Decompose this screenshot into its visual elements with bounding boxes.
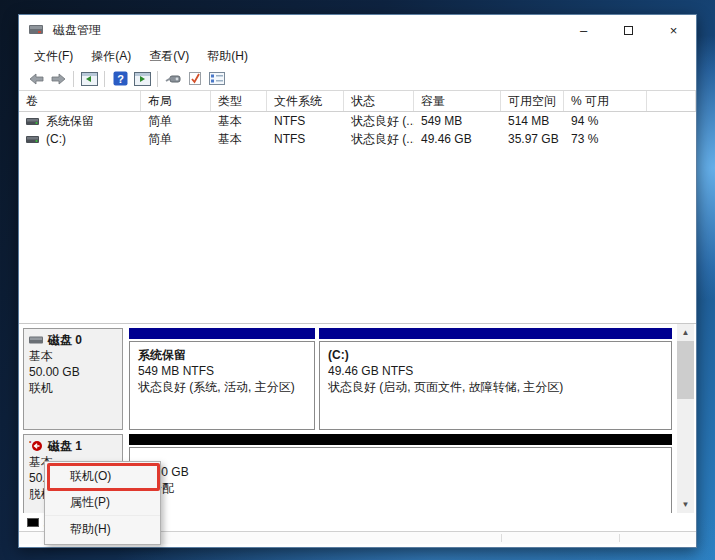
volume-type: 基本	[211, 112, 267, 130]
unallocated-size: 50.00 GB	[138, 464, 663, 480]
volume-name: 系统保留	[46, 113, 94, 130]
column-header-filler	[647, 91, 696, 111]
statusbar-separator	[619, 534, 620, 542]
partition-label: 系统保留	[138, 347, 306, 363]
toolbar-separator	[104, 71, 105, 87]
back-icon[interactable]	[25, 69, 47, 89]
menu-view[interactable]: 查看(V)	[140, 46, 198, 67]
unallocated-label: 未分配	[138, 480, 663, 496]
scroll-down-icon[interactable]: ▼	[677, 496, 694, 513]
statusbar-separator	[501, 534, 502, 542]
column-header-status[interactable]: 状态	[344, 91, 414, 111]
disk-size: 50.00 GB	[29, 364, 117, 380]
toolbar: ?	[19, 67, 696, 91]
volume-filesystem: NTFS	[267, 112, 344, 130]
volume-icon	[26, 135, 40, 144]
disk-name: 磁盘 0	[48, 332, 82, 348]
menu-file[interactable]: 文件(F)	[25, 46, 82, 67]
console-tree-icon[interactable]	[78, 69, 100, 89]
forward-icon[interactable]	[47, 69, 69, 89]
volume-list: 卷 布局 类型 文件系统 状态 容量 可用空间 % 可用 系统保留 简单 基本 …	[19, 91, 696, 323]
partition-status: 状态良好 (系统, 活动, 主分区)	[138, 379, 306, 395]
disk-type: 基本	[29, 348, 117, 364]
window-title: 磁盘管理	[53, 22, 101, 39]
column-header-filesystem[interactable]: 文件系统	[267, 91, 344, 111]
column-header-layout[interactable]: 布局	[141, 91, 211, 111]
context-menu-item-properties[interactable]: 属性(P)	[45, 490, 160, 516]
maximize-button[interactable]	[606, 15, 651, 45]
volume-filesystem: NTFS	[267, 130, 344, 148]
disk-management-app-icon	[29, 24, 45, 36]
svg-text:?: ?	[117, 73, 124, 85]
title-bar: 磁盘管理 – ×	[19, 15, 696, 45]
volume-layout: 简单	[141, 130, 211, 148]
disk-0-row: 磁盘 0 基本 50.00 GB 联机 系统保留 549 MB NTFS 状态良…	[23, 328, 672, 430]
console-window-icon[interactable]	[131, 69, 153, 89]
column-header-free-space[interactable]: 可用空间	[501, 91, 564, 111]
remote-action-icon[interactable]	[162, 69, 184, 89]
scroll-up-icon[interactable]: ▲	[677, 324, 694, 341]
volume-status: 状态良好 (...	[344, 130, 414, 148]
disk-0-label-box[interactable]: 磁盘 0 基本 50.00 GB 联机	[23, 328, 123, 430]
primary-partition-bar	[319, 328, 672, 339]
volume-icon	[26, 117, 40, 126]
partition-status: 状态良好 (启动, 页面文件, 故障转储, 主分区)	[328, 379, 663, 395]
menu-action[interactable]: 操作(A)	[82, 46, 140, 67]
partition-c-drive[interactable]: (C:) 49.46 GB NTFS 状态良好 (启动, 页面文件, 故障转储,…	[319, 328, 672, 430]
disk-online-icon	[29, 335, 44, 345]
context-menu-item-online[interactable]: 联机(O)	[45, 464, 160, 490]
partition-size: 549 MB NTFS	[138, 363, 306, 379]
column-header-volume[interactable]: 卷	[19, 91, 141, 111]
volume-free-space: 35.97 GB	[501, 130, 564, 148]
volume-capacity: 549 MB	[414, 112, 501, 130]
column-header-type[interactable]: 类型	[211, 91, 267, 111]
volume-status: 状态良好 (...	[344, 112, 414, 130]
table-row[interactable]: (C:) 简单 基本 NTFS 状态良好 (... 49.46 GB 35.97…	[19, 130, 696, 148]
context-menu-item-help[interactable]: 帮助(H)	[45, 516, 160, 542]
menu-help[interactable]: 帮助(H)	[198, 46, 257, 67]
disk-context-menu: 联机(O) 属性(P) 帮助(H)	[44, 461, 161, 545]
svg-text:*: *	[29, 440, 32, 446]
properties-list-icon[interactable]	[206, 69, 228, 89]
vertical-scrollbar[interactable]: ▲ ▼	[677, 324, 694, 513]
maximize-icon	[624, 26, 633, 35]
toolbar-separator	[157, 71, 158, 87]
volume-layout: 简单	[141, 112, 211, 130]
disk-name: 磁盘 1	[48, 438, 82, 454]
partition-system-reserved[interactable]: 系统保留 549 MB NTFS 状态良好 (系统, 活动, 主分区)	[129, 328, 315, 430]
window-controls: – ×	[561, 15, 696, 45]
column-header-capacity[interactable]: 容量	[414, 91, 501, 111]
volume-pct-free: 94 %	[564, 112, 647, 130]
menu-bar: 文件(F) 操作(A) 查看(V) 帮助(H)	[19, 45, 696, 67]
volume-free-space: 514 MB	[501, 112, 564, 130]
primary-partition-bar	[129, 328, 315, 339]
minimize-button[interactable]: –	[561, 15, 606, 45]
disk-management-window: 磁盘管理 – × 文件(F) 操作(A) 查看(V) 帮助(H) ?	[18, 14, 697, 548]
volume-capacity: 49.46 GB	[414, 130, 501, 148]
unallocated-space-block[interactable]: 50.00 GB 未分配	[129, 434, 672, 513]
column-header-pct-free[interactable]: % 可用	[564, 91, 647, 111]
table-row[interactable]: 系统保留 简单 基本 NTFS 状态良好 (... 549 MB 514 MB …	[19, 112, 696, 130]
disk-offline-icon: *	[29, 440, 44, 452]
desktop: { "window": { "title": "磁盘管理", "controls…	[0, 0, 715, 560]
help-icon[interactable]: ?	[109, 69, 131, 89]
toolbar-separator	[73, 71, 74, 87]
unallocated-bar	[129, 434, 672, 445]
volume-name: (C:)	[46, 132, 66, 146]
close-button[interactable]: ×	[651, 15, 696, 45]
volume-list-header: 卷 布局 类型 文件系统 状态 容量 可用空间 % 可用	[19, 91, 696, 112]
partition-size: 49.46 GB NTFS	[328, 363, 663, 379]
volume-pct-free: 73 %	[564, 130, 647, 148]
legend-unallocated-swatch	[27, 518, 39, 527]
scrollbar-thumb[interactable]	[677, 341, 694, 399]
volume-type: 基本	[211, 130, 267, 148]
disk-status: 联机	[29, 380, 117, 396]
partition-label: (C:)	[328, 347, 663, 363]
check-document-icon[interactable]	[184, 69, 206, 89]
